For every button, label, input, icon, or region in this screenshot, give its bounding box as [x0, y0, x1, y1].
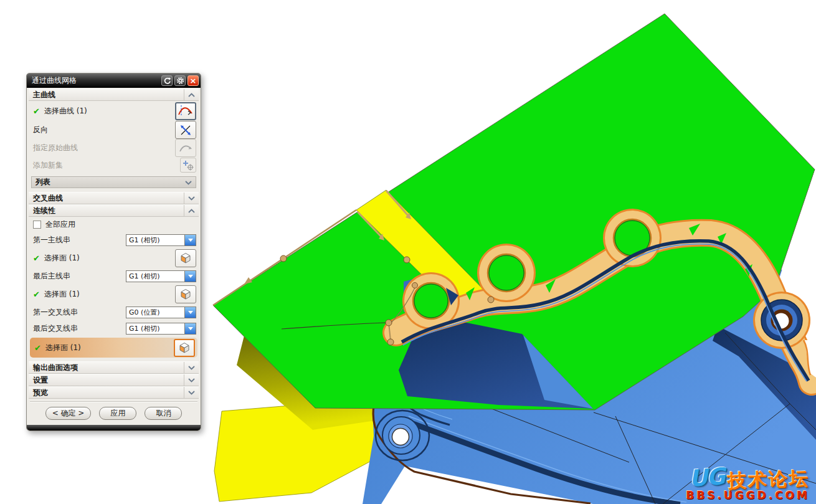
section-label: 连续性	[33, 206, 55, 216]
dialog-resize-grip[interactable]	[27, 425, 201, 430]
select-face-button-3[interactable]	[174, 339, 195, 357]
through-curve-mesh-dialog: 通过曲线网格 × 主曲线	[26, 73, 201, 431]
first-primary-label: 第一主线串	[33, 235, 70, 245]
add-new-set-button[interactable]	[180, 158, 196, 173]
reverse-direction-icon	[179, 124, 192, 136]
dropdown-arrow-icon	[184, 235, 196, 245]
chevron-down-icon[interactable]	[184, 374, 197, 386]
section-continuity[interactable]: 连续性	[29, 204, 199, 217]
dropdown-arrow-icon	[184, 323, 196, 334]
section-main-curve[interactable]: 主曲线	[29, 88, 199, 101]
select-face-button-1[interactable]	[175, 249, 196, 267]
dropdown-value: G0 (位置)	[126, 308, 184, 317]
select-face-label: 选择面 (1)	[45, 343, 81, 353]
curve-select-icon	[178, 104, 194, 118]
dropdown-value: G1 (相切)	[126, 324, 184, 333]
select-face-button-2[interactable]	[175, 285, 196, 303]
reverse-label: 反向	[33, 125, 48, 135]
dialog-title: 通过曲线网格	[32, 75, 159, 86]
face-cube-icon	[179, 251, 192, 265]
select-curve-button[interactable]	[175, 102, 196, 120]
section-output-surface-options[interactable]: 输出曲面选项	[29, 361, 199, 374]
application-window: UG 技术论坛 BBS.UGGD.COM 通过曲线网格 ×	[0, 0, 816, 504]
list-label: 列表	[36, 177, 50, 188]
reset-button[interactable]	[161, 75, 173, 86]
apply-all-label: 全部应用	[45, 219, 75, 230]
chevron-down-icon[interactable]	[184, 193, 197, 204]
section-label: 主曲线	[33, 90, 55, 100]
last-primary-dropdown[interactable]: G1 (相切)	[126, 270, 196, 282]
section-label: 设置	[33, 375, 48, 386]
section-preview[interactable]: 预览	[29, 386, 199, 399]
select-face-label: 选择面 (1)	[44, 253, 80, 264]
dialog-titlebar[interactable]: 通过曲线网格 ×	[27, 74, 201, 88]
list-expander[interactable]: 列表	[31, 176, 196, 188]
gear-icon	[176, 77, 184, 85]
dropdown-arrow-icon	[184, 271, 196, 282]
row-select-face-3-active: ✔ 选择面 (1)	[30, 338, 197, 358]
section-label: 输出曲面选项	[33, 363, 78, 373]
section-cross-curve[interactable]: 交叉曲线	[29, 192, 199, 204]
section-label: 预览	[33, 388, 48, 398]
reset-icon	[163, 77, 171, 85]
dropdown-arrow-icon	[184, 307, 196, 318]
specify-origin-button[interactable]	[175, 139, 196, 157]
row-first-primary: 第一主线串 G1 (相切)	[29, 232, 199, 248]
select-face-label: 选择面 (1)	[44, 289, 80, 300]
chevron-up-icon[interactable]	[184, 89, 197, 100]
last-primary-label: 最后主线串	[33, 271, 70, 282]
row-select-face-1: ✔ 选择面 (1)	[29, 248, 199, 268]
section-label: 交叉曲线	[33, 193, 63, 204]
cancel-button[interactable]: 取消	[145, 407, 182, 420]
row-reverse: 反向	[29, 121, 199, 139]
chevron-up-icon[interactable]	[184, 205, 197, 216]
row-first-cross: 第一交叉线串 G0 (位置)	[29, 304, 199, 320]
reverse-direction-button[interactable]	[175, 121, 196, 139]
apply-all-checkbox[interactable]	[33, 221, 41, 229]
check-icon: ✔	[33, 254, 40, 263]
row-add-new-set: 添加新集	[29, 157, 199, 173]
face-cube-icon	[179, 287, 192, 301]
first-primary-dropdown[interactable]: G1 (相切)	[126, 234, 196, 246]
row-select-face-2: ✔ 选择面 (1)	[29, 284, 199, 304]
check-icon: ✔	[34, 343, 41, 353]
last-cross-label: 最后交叉线串	[33, 323, 78, 334]
origin-curve-icon	[178, 142, 193, 155]
close-button[interactable]: ×	[187, 75, 199, 86]
dialog-options-button[interactable]	[174, 75, 186, 86]
first-cross-label: 第一交叉线串	[33, 307, 78, 318]
ok-button[interactable]: < 确定 >	[45, 407, 92, 420]
row-last-primary: 最后主线串 G1 (相切)	[29, 268, 199, 284]
chevron-down-icon[interactable]	[184, 387, 197, 398]
first-cross-dropdown[interactable]: G0 (位置)	[126, 307, 196, 318]
chevron-down-icon[interactable]	[184, 362, 197, 373]
check-icon: ✔	[33, 107, 40, 116]
row-select-curve: ✔ 选择曲线 (1)	[29, 101, 199, 121]
row-last-cross: 最后交叉线串 G1 (相切)	[29, 320, 199, 336]
chevron-down-icon	[185, 178, 192, 187]
select-curve-label: 选择曲线 (1)	[44, 106, 87, 116]
apply-button[interactable]: 应用	[99, 407, 136, 420]
dropdown-value: G1 (相切)	[126, 235, 184, 245]
section-settings[interactable]: 设置	[29, 374, 199, 386]
check-icon: ✔	[33, 290, 40, 299]
last-cross-dropdown[interactable]: G1 (相切)	[126, 323, 196, 335]
face-cube-icon	[178, 341, 191, 354]
add-set-icon	[183, 159, 194, 171]
add-new-set-label: 添加新集	[33, 160, 63, 171]
row-specify-origin-curve: 指定原始曲线	[29, 139, 199, 157]
row-apply-all: 全部应用	[29, 217, 199, 232]
specify-origin-label: 指定原始曲线	[33, 143, 78, 153]
dropdown-value: G1 (相切)	[126, 272, 184, 281]
boss-left-hole	[392, 429, 409, 445]
